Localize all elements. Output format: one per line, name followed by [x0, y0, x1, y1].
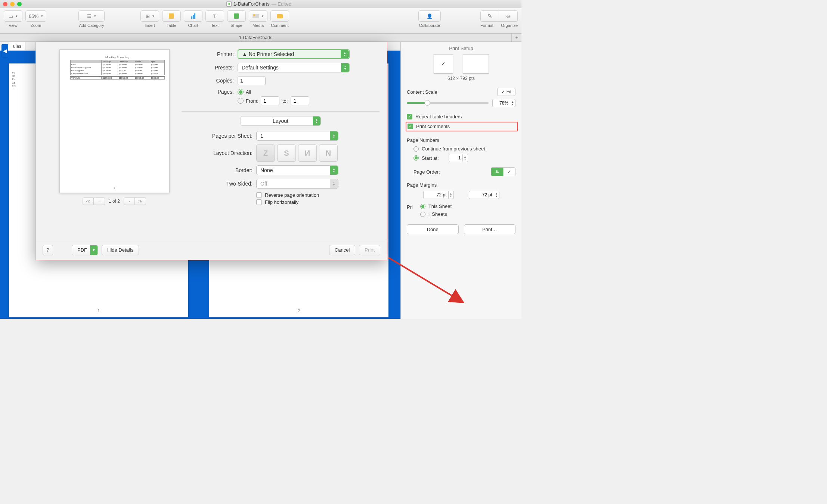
print-comments-label: Print comments — [416, 124, 450, 129]
text-button[interactable]: T — [205, 10, 224, 22]
page-order-across[interactable]: Z — [503, 168, 515, 176]
print-comments-checkbox[interactable]: ✓Print comments — [408, 124, 515, 129]
layout-direction-group: Z S И N — [256, 144, 338, 162]
print-setup-inspector: Print Setup 612 × 792 pts Content Scale … — [400, 42, 521, 319]
page-order-label: Page Order: — [414, 169, 440, 175]
preview-next-button[interactable]: › — [124, 197, 135, 205]
shape-button[interactable] — [227, 10, 246, 22]
layout-direction-label: Layout Direction: — [182, 150, 256, 156]
repeat-headers-checkbox[interactable]: ✓Repeat table headers — [407, 114, 515, 119]
page-order-down[interactable]: ⇊ — [491, 168, 503, 176]
table-label: Table — [167, 23, 176, 28]
add-tab-button[interactable]: ＋ — [512, 34, 521, 41]
view-label: View — [9, 23, 18, 28]
page-number: 2 — [209, 309, 388, 313]
orientation-landscape[interactable] — [463, 54, 489, 74]
preview-prev-button[interactable]: ‹ — [94, 197, 105, 205]
minimize-window-button[interactable] — [10, 2, 15, 6]
print-button[interactable]: Print — [359, 245, 380, 255]
start-at-radio[interactable]: Start at: ▲▼ — [407, 154, 515, 162]
copies-label: Copies: — [182, 78, 238, 84]
page-dimensions: 612 × 792 pts — [407, 76, 515, 81]
collaborate-button[interactable]: 👤 — [418, 10, 441, 22]
layout-dir-1[interactable]: Z — [256, 144, 275, 162]
preview-first-button[interactable]: ≪ — [83, 197, 94, 205]
help-button[interactable]: ? — [43, 245, 53, 255]
presets-select[interactable]: Default Settings▲▼ — [238, 63, 350, 72]
two-sided-label: Two-Sided: — [182, 181, 256, 187]
reverse-orientation-checkbox[interactable] — [256, 192, 262, 198]
sheet-tab[interactable]: ulas — [9, 42, 25, 50]
done-button[interactable]: Done — [407, 224, 459, 234]
preview-last-button[interactable]: ≫ — [135, 197, 146, 205]
chart-button[interactable] — [184, 10, 202, 22]
layout-dir-3[interactable]: И — [298, 144, 317, 162]
content-scale-stepper[interactable]: ▲▼ — [492, 99, 515, 107]
zoom-window-button[interactable] — [17, 2, 22, 6]
margin-stepper-b[interactable]: ▲▼ — [469, 191, 499, 199]
print-preview-thumbnail: Monthly Spending JanuaryFebruaryMarchApr… — [59, 49, 170, 193]
content-scale-label: Content Scale — [407, 89, 437, 95]
pages-to-input[interactable] — [291, 96, 309, 105]
print-scope-label: Pri — [407, 203, 413, 210]
add-category-button[interactable]: ☰▾ — [78, 10, 105, 22]
fit-button[interactable]: ✓Fit — [497, 88, 515, 96]
continue-numbering-radio[interactable]: Continue from previous sheet — [407, 146, 515, 152]
table-button[interactable] — [162, 10, 181, 22]
repeat-headers-label: Repeat table headers — [415, 114, 462, 119]
flip-horizontally-checkbox[interactable] — [256, 199, 262, 205]
prev-page-nav[interactable]: ◀ — [1, 44, 8, 57]
main-toolbar: ▭▾ View 65%▾ Zoom ☰▾ Add Category ⊞▾ Ins… — [0, 8, 521, 34]
format-button[interactable]: ✎ — [480, 10, 499, 22]
content-scale-input[interactable] — [492, 99, 510, 107]
chart-label: Chart — [188, 23, 198, 28]
document-proxy-icon: ▮ — [226, 1, 232, 7]
all-sheets-radio[interactable]: ll Sheets — [420, 211, 452, 217]
pps-label: Pages per Sheet: — [182, 133, 256, 139]
document-edited-status: — Edited — [272, 1, 291, 7]
start-at-stepper[interactable]: ▲▼ — [449, 154, 468, 162]
window-tabs: 1-DataForCharts ＋ — [0, 34, 521, 42]
collaborate-label: Collaborate — [419, 23, 440, 28]
pdf-button[interactable]: PDF▼ — [72, 245, 98, 255]
view-button[interactable]: ▭▾ — [4, 10, 22, 22]
layout-dir-2[interactable]: S — [277, 144, 296, 162]
media-label: Media — [253, 23, 264, 28]
printer-select[interactable]: ▲ No Printer Selected▲▼ — [238, 49, 350, 59]
inspector-print-button[interactable]: Print… — [464, 224, 516, 234]
organize-label: Organize — [501, 23, 518, 28]
page-margins-section: Page Margins — [407, 182, 515, 188]
page-order-segmented[interactable]: ⇊ Z — [491, 167, 515, 176]
pages-label: Pages: — [182, 89, 238, 95]
comment-label: Comment — [271, 23, 289, 28]
cancel-button[interactable]: Cancel — [329, 245, 355, 255]
hide-details-button[interactable]: Hide Details — [102, 245, 139, 255]
insert-label: Insert — [145, 23, 155, 28]
media-button[interactable]: ▾ — [249, 10, 267, 22]
presets-label: Presets: — [182, 65, 238, 71]
layout-dir-4[interactable]: N — [319, 144, 338, 162]
pages-range-radio[interactable] — [238, 98, 244, 104]
text-label: Text — [211, 23, 219, 28]
margin-stepper-a[interactable]: ▲▼ — [423, 191, 454, 199]
document-title: 1-DataForCharts — [233, 1, 270, 7]
shape-label: Shape — [230, 23, 242, 28]
zoom-button[interactable]: 65%▾ — [25, 10, 46, 22]
pages-from-input[interactable] — [261, 96, 279, 105]
insert-button[interactable]: ⊞▾ — [140, 10, 159, 22]
this-sheet-radio[interactable]: This Sheet — [420, 203, 452, 209]
close-window-button[interactable] — [3, 2, 7, 6]
content-scale-slider[interactable] — [407, 102, 489, 104]
inspector-title: Print Setup — [407, 42, 515, 54]
pages-all-radio[interactable] — [238, 89, 244, 95]
two-sided-select[interactable]: Off▲▼ — [256, 179, 338, 189]
layout-section-select[interactable]: Layout▲▼ — [241, 116, 321, 126]
window-tab[interactable]: 1-DataForCharts — [0, 34, 512, 41]
organize-button[interactable]: ⊜ — [499, 10, 518, 22]
copies-input[interactable] — [238, 76, 266, 85]
comment-button[interactable] — [270, 10, 289, 22]
border-select[interactable]: None▲▼ — [256, 165, 338, 175]
pages-per-sheet-select[interactable]: 1▲▼ — [256, 131, 338, 141]
window-titlebar: ▮ 1-DataForCharts — Edited — [0, 0, 521, 8]
orientation-portrait[interactable] — [434, 54, 453, 74]
